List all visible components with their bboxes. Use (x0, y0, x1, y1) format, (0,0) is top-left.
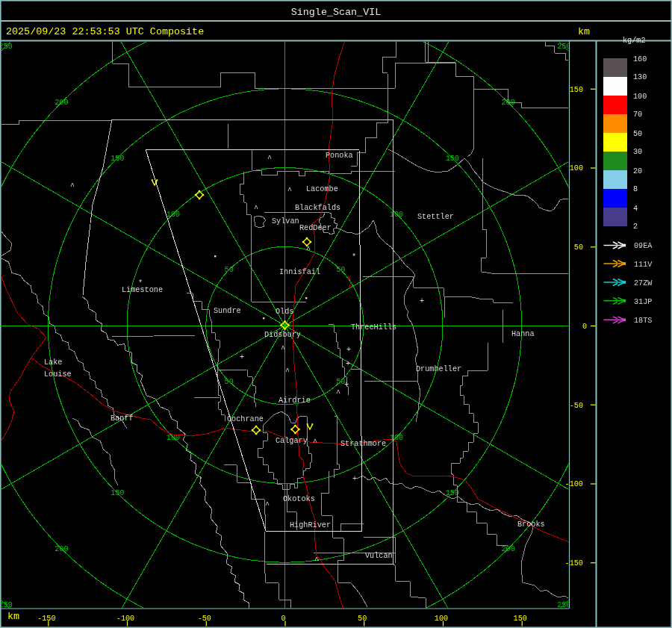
svg-text:Ponoka: Ponoka (326, 152, 353, 160)
svg-text:kg/m2: kg/m2 (623, 37, 646, 45)
svg-text:250: 250 (0, 601, 13, 609)
svg-text:27ZW: 27ZW (634, 279, 653, 287)
svg-text:^: ^ (281, 345, 285, 353)
svg-text:^: ^ (287, 187, 292, 195)
svg-text:Banff: Banff (111, 414, 134, 423)
svg-text:200: 200 (55, 99, 68, 107)
svg-text:Calgary: Calgary (276, 437, 308, 445)
svg-text:Stettler: Stettler (417, 213, 454, 221)
svg-text:-50: -50 (198, 615, 211, 623)
svg-text:18TS: 18TS (634, 317, 652, 325)
svg-text:km: km (7, 611, 19, 622)
svg-text:31JP: 31JP (634, 298, 652, 306)
svg-text:50: 50 (633, 130, 642, 138)
svg-text:+: + (420, 297, 424, 305)
svg-text:Lacombe: Lacombe (306, 185, 338, 193)
svg-text:2025/09/23 22:53:53 UTC Compos: 2025/09/23 22:53:53 UTC Composite (6, 26, 204, 37)
svg-text:250: 250 (0, 43, 13, 51)
svg-text:Blackfalds: Blackfalds (295, 204, 340, 212)
svg-text:^: ^ (336, 389, 340, 397)
svg-text:Airdrie: Airdrie (279, 397, 311, 405)
svg-text:Hanna: Hanna (511, 330, 535, 338)
svg-text:111V: 111V (634, 261, 653, 269)
svg-text:^: ^ (285, 367, 290, 376)
svg-text:Lake: Lake (44, 358, 62, 367)
svg-text:100: 100 (570, 164, 583, 172)
svg-text:^: ^ (70, 182, 75, 190)
svg-text:Strathmore: Strathmore (340, 440, 386, 448)
svg-text:130: 130 (633, 73, 647, 81)
svg-text:+: + (346, 360, 350, 368)
svg-text:50: 50 (336, 266, 345, 274)
svg-text:Brooks: Brooks (517, 520, 545, 529)
svg-text:^: ^ (314, 556, 319, 565)
svg-text:30: 30 (633, 148, 642, 156)
svg-text:200: 200 (55, 545, 68, 553)
svg-text:Sundre: Sundre (214, 307, 241, 315)
svg-text:-100: -100 (116, 615, 134, 623)
svg-text:km: km (578, 26, 590, 37)
svg-text:Sylvan: Sylvan (272, 217, 299, 226)
svg-text:70: 70 (633, 111, 642, 119)
svg-text:100: 100 (633, 93, 647, 101)
svg-text:-50: -50 (570, 402, 583, 410)
svg-text:^: ^ (265, 501, 270, 509)
svg-text:250: 250 (557, 601, 570, 609)
svg-text:8: 8 (633, 185, 638, 193)
svg-text:Olds: Olds (276, 308, 293, 316)
svg-text:-150: -150 (37, 615, 55, 623)
svg-text:RedDeer: RedDeer (299, 224, 332, 232)
svg-text:^: ^ (306, 246, 311, 254)
svg-text:150: 150 (514, 615, 527, 623)
svg-text:Okotoks: Okotoks (283, 495, 315, 503)
svg-text:Didsbury: Didsbury (264, 331, 301, 339)
svg-text:100: 100 (167, 211, 180, 219)
svg-text:Cochrane: Cochrane (227, 415, 264, 423)
svg-text:+: + (240, 353, 244, 361)
svg-text:HighRiver: HighRiver (290, 521, 331, 529)
svg-text:150: 150 (570, 86, 583, 94)
svg-text:^: ^ (267, 155, 272, 163)
svg-text:*: * (352, 253, 356, 261)
svg-text:09EA: 09EA (634, 242, 653, 250)
svg-text:50: 50 (574, 243, 583, 252)
svg-text:+: + (346, 346, 351, 354)
svg-text:150: 150 (111, 489, 124, 497)
svg-text:Innisfail: Innisfail (279, 268, 320, 276)
svg-text:^: ^ (313, 438, 317, 447)
svg-text:50: 50 (225, 266, 234, 274)
svg-text:20: 20 (633, 167, 642, 175)
svg-text:Drumheller: Drumheller (416, 365, 461, 373)
svg-text:100: 100 (390, 211, 403, 219)
svg-text:2: 2 (633, 223, 638, 231)
svg-text:160: 160 (633, 55, 647, 63)
svg-text:50: 50 (358, 615, 367, 623)
svg-text:50: 50 (225, 378, 234, 386)
svg-text:ThreeHills: ThreeHills (351, 323, 396, 332)
svg-text:250: 250 (557, 43, 570, 51)
svg-text:0: 0 (582, 323, 587, 331)
svg-text:+: + (352, 475, 357, 483)
svg-text:+: + (344, 381, 349, 389)
svg-text:150: 150 (446, 155, 459, 163)
svg-text:Single_Scan_VIL: Single_Scan_VIL (291, 7, 382, 18)
svg-text:150: 150 (111, 155, 124, 163)
svg-text:4: 4 (633, 205, 638, 213)
svg-text:^: ^ (254, 205, 258, 213)
svg-text:Limestone: Limestone (122, 286, 163, 294)
svg-text:Vulcan: Vulcan (365, 552, 393, 560)
svg-text:-150: -150 (565, 559, 583, 568)
svg-text:-100: -100 (565, 480, 583, 488)
svg-text:100: 100 (435, 615, 448, 623)
svg-text:Louise: Louise (44, 370, 72, 379)
svg-text:200: 200 (501, 545, 514, 553)
